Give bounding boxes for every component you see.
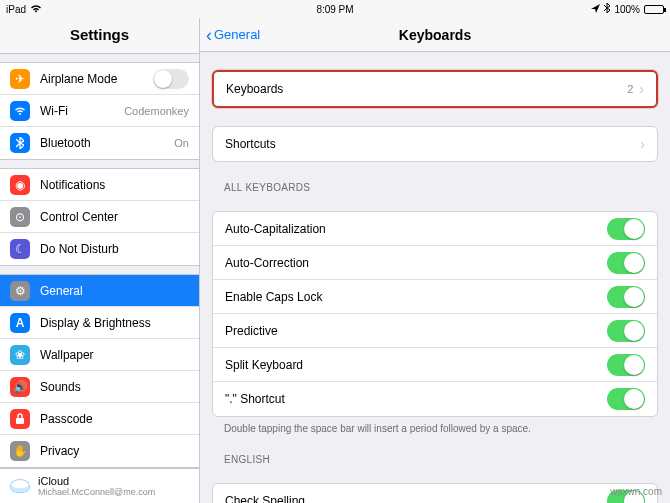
back-button[interactable]: ‹ General bbox=[200, 26, 260, 44]
keyboards-group: Keyboards 2 › bbox=[212, 70, 658, 108]
page-title: Keyboards bbox=[200, 27, 670, 43]
cell-label: Enable Caps Lock bbox=[225, 290, 322, 304]
sidebar-item-privacy[interactable]: ✋ Privacy bbox=[0, 435, 199, 467]
toggle-switch[interactable] bbox=[607, 286, 645, 308]
wifi-value: Codemonkey bbox=[124, 105, 189, 117]
sidebar-item-label: Display & Brightness bbox=[40, 316, 151, 330]
sidebar-item-label: Notifications bbox=[40, 178, 105, 192]
check-spelling-row[interactable]: Check Spelling bbox=[213, 484, 657, 503]
sidebar-item-sounds[interactable]: 🔊 Sounds bbox=[0, 371, 199, 403]
sidebar-item-notifications[interactable]: ◉ Notifications bbox=[0, 169, 199, 201]
sidebar-item-display[interactable]: A Display & Brightness bbox=[0, 307, 199, 339]
wifi-icon bbox=[10, 101, 30, 121]
do-not-disturb-icon: ☾ bbox=[10, 239, 30, 259]
airplane-toggle[interactable] bbox=[153, 69, 189, 89]
sidebar-item-label: Privacy bbox=[40, 444, 79, 458]
english-group: Check Spelling bbox=[212, 483, 658, 503]
status-bar: iPad 8:09 PM 100% bbox=[0, 0, 670, 18]
sidebar-item-label: Control Center bbox=[40, 210, 118, 224]
detail-header: ‹ General Keyboards bbox=[200, 18, 670, 52]
sidebar-item-wallpaper[interactable]: ❀ Wallpaper bbox=[0, 339, 199, 371]
clock: 8:09 PM bbox=[0, 4, 670, 15]
display-icon: A bbox=[10, 313, 30, 333]
toggle-switch[interactable] bbox=[607, 218, 645, 240]
section-footer-all-keyboards: Double tapping the space bar will insert… bbox=[224, 423, 658, 434]
sidebar-item-label: Bluetooth bbox=[40, 136, 91, 150]
sidebar-title: Settings bbox=[0, 18, 199, 54]
icloud-icon bbox=[10, 479, 30, 493]
sidebar-item-control-center[interactable]: ⊙ Control Center bbox=[0, 201, 199, 233]
sidebar-item-general[interactable]: ⚙ General bbox=[0, 275, 199, 307]
watermark: wsxwn.com bbox=[610, 486, 662, 497]
chevron-left-icon: ‹ bbox=[206, 26, 212, 44]
toggle-switch[interactable] bbox=[607, 320, 645, 342]
split-keyboard-row[interactable]: Split Keyboard bbox=[213, 348, 657, 382]
shortcuts-row[interactable]: Shortcuts › bbox=[213, 127, 657, 161]
airplane-icon: ✈ bbox=[10, 69, 30, 89]
chevron-right-icon: › bbox=[640, 136, 645, 152]
section-header-all-keyboards: ALL KEYBOARDS bbox=[224, 182, 658, 193]
caps-lock-row[interactable]: Enable Caps Lock bbox=[213, 280, 657, 314]
privacy-icon: ✋ bbox=[10, 441, 30, 461]
sidebar-item-label: Wi-Fi bbox=[40, 104, 68, 118]
cell-label: Auto-Correction bbox=[225, 256, 309, 270]
cell-label: "." Shortcut bbox=[225, 392, 285, 406]
shortcuts-group: Shortcuts › bbox=[212, 126, 658, 162]
sidebar-item-label: Airplane Mode bbox=[40, 72, 117, 86]
detail-pane: ‹ General Keyboards Keyboards 2 › Shortc… bbox=[200, 18, 670, 503]
sidebar-item-bluetooth[interactable]: Bluetooth On bbox=[0, 127, 199, 159]
general-icon: ⚙ bbox=[10, 281, 30, 301]
predictive-row[interactable]: Predictive bbox=[213, 314, 657, 348]
keyboards-count: 2 bbox=[627, 83, 633, 95]
cell-label: Auto-Capitalization bbox=[225, 222, 326, 236]
sidebar-item-passcode[interactable]: Passcode bbox=[0, 403, 199, 435]
sidebar: Settings ✈ Airplane Mode Wi-Fi Codemonke… bbox=[0, 18, 200, 503]
svg-rect-0 bbox=[16, 418, 24, 424]
toggle-switch[interactable] bbox=[607, 388, 645, 410]
sidebar-item-dnd[interactable]: ☾ Do Not Disturb bbox=[0, 233, 199, 265]
cell-label: Predictive bbox=[225, 324, 278, 338]
battery-icon bbox=[644, 5, 664, 14]
wallpaper-icon: ❀ bbox=[10, 345, 30, 365]
sidebar-item-label: Do Not Disturb bbox=[40, 242, 119, 256]
section-header-english: ENGLISH bbox=[224, 454, 658, 465]
auto-correction-row[interactable]: Auto-Correction bbox=[213, 246, 657, 280]
chevron-right-icon: › bbox=[639, 81, 644, 97]
back-label: General bbox=[214, 27, 260, 42]
auto-capitalization-row[interactable]: Auto-Capitalization bbox=[213, 212, 657, 246]
sidebar-item-wifi[interactable]: Wi-Fi Codemonkey bbox=[0, 95, 199, 127]
cell-label: Shortcuts bbox=[225, 137, 276, 151]
icloud-title: iCloud bbox=[38, 475, 69, 487]
control-center-icon: ⊙ bbox=[10, 207, 30, 227]
sidebar-item-label: Passcode bbox=[40, 412, 93, 426]
toggle-switch[interactable] bbox=[607, 252, 645, 274]
keyboards-row[interactable]: Keyboards 2 › bbox=[214, 72, 656, 106]
sidebar-item-label: Wallpaper bbox=[40, 348, 94, 362]
icloud-email: Michael.McConnell@me.com bbox=[38, 487, 155, 497]
sounds-icon: 🔊 bbox=[10, 377, 30, 397]
sidebar-item-label: Sounds bbox=[40, 380, 81, 394]
cell-label: Split Keyboard bbox=[225, 358, 303, 372]
cell-label: Check Spelling bbox=[225, 494, 305, 503]
all-keyboards-group: Auto-Capitalization Auto-Correction Enab… bbox=[212, 211, 658, 417]
notifications-icon: ◉ bbox=[10, 175, 30, 195]
sidebar-item-icloud[interactable]: iCloud Michael.McConnell@me.com bbox=[0, 468, 199, 503]
period-shortcut-row[interactable]: "." Shortcut bbox=[213, 382, 657, 416]
passcode-icon bbox=[10, 409, 30, 429]
sidebar-item-label: General bbox=[40, 284, 83, 298]
cell-label: Keyboards bbox=[226, 82, 283, 96]
bluetooth-icon bbox=[10, 133, 30, 153]
toggle-switch[interactable] bbox=[607, 354, 645, 376]
bluetooth-value: On bbox=[174, 137, 189, 149]
sidebar-item-airplane[interactable]: ✈ Airplane Mode bbox=[0, 63, 199, 95]
